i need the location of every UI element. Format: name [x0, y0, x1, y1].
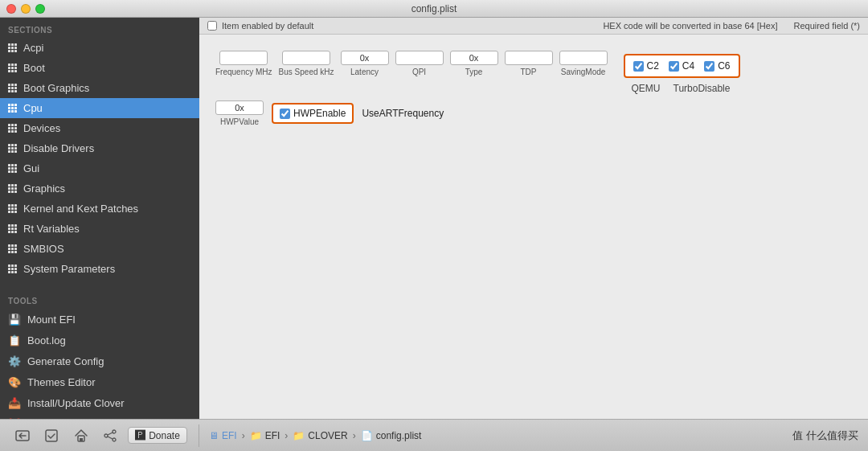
sidebar-item-themes-editor[interactable]: 🎨 Themes Editor — [0, 371, 199, 392]
mount-efi-icon: 💾 — [8, 313, 21, 326]
breadcrumb-clover-folder[interactable]: 📁 CLOVER — [293, 430, 347, 441]
c6-checkbox-item: C6 — [704, 60, 730, 72]
grid-icon — [8, 164, 17, 173]
hwp-enable-checkbox[interactable] — [280, 109, 290, 119]
share-button[interactable] — [99, 424, 121, 447]
sidebar-item-boot-graphics[interactable]: Boot Graphics — [0, 78, 199, 98]
frequency-mhz-group: Frequency MHz — [215, 51, 272, 76]
c6-label: C6 — [718, 60, 730, 72]
sidebar-label-kernel-kext-patches: Kernel and Kext Patches — [23, 203, 138, 215]
sidebar-item-install-drivers[interactable]: ✂️ Install Drivers — [0, 413, 199, 419]
qpi-group: QPI — [395, 51, 444, 76]
saving-mode-label: SavingMode — [561, 68, 606, 76]
type-group: Type — [450, 51, 498, 76]
c6-checkbox[interactable] — [704, 61, 714, 72]
breadcrumb-efi-drive[interactable]: 🖥 EFI — [209, 430, 237, 441]
sidebar-item-gui[interactable]: Gui — [0, 158, 199, 178]
sidebar-item-kernel-kext-patches[interactable]: Kernel and Kext Patches — [0, 199, 199, 219]
tdp-group: TDP — [505, 51, 553, 76]
home-button[interactable] — [70, 424, 92, 447]
svg-rect-3 — [80, 438, 83, 441]
sidebar-label-acpi: Acpi — [23, 42, 43, 54]
qemu-label: QEMU — [632, 83, 661, 94]
back-button[interactable] — [11, 424, 34, 447]
hwp-enable-label: HWPEnable — [293, 108, 346, 119]
frequency-mhz-input[interactable] — [219, 51, 268, 65]
svg-rect-1 — [46, 430, 57, 441]
bus-speed-group: Bus Speed kHz — [279, 51, 334, 76]
sidebar-item-system-parameters[interactable]: System Parameters — [0, 259, 199, 279]
latency-label: Latency — [350, 68, 379, 76]
type-label: Type — [465, 68, 483, 76]
grid-icon — [8, 144, 17, 153]
boot-log-icon: 📋 — [8, 334, 21, 346]
top-info-bar: Item enabled by default HEX code will be… — [199, 18, 868, 35]
sidebar-label-generate-config: Generate Config — [27, 355, 104, 367]
sidebar-label-boot-log: Boot.log — [27, 334, 66, 346]
sidebar-label-mount-efi: Mount EFI — [27, 314, 76, 326]
breadcrumb-efi-folder[interactable]: 📁 EFI — [250, 430, 280, 441]
sidebar-item-acpi[interactable]: Acpi — [0, 38, 199, 58]
close-button[interactable] — [6, 4, 16, 14]
donate-icon: 🅿 — [135, 429, 145, 441]
sidebar-item-devices[interactable]: Devices — [0, 118, 199, 138]
generate-config-icon: ⚙️ — [8, 355, 21, 367]
hex-note: HEX code will be converted in base 64 [H… — [603, 21, 777, 31]
breadcrumb-config-file[interactable]: 📄 config.plist — [361, 430, 422, 441]
minimize-button[interactable] — [21, 4, 31, 14]
grid-icon — [8, 204, 17, 213]
tdp-input[interactable] — [505, 51, 553, 65]
grid-icon — [8, 43, 17, 52]
saving-mode-group: SavingMode — [559, 51, 608, 76]
sidebar: SECTIONS Acpi Boot Boot Grap — [0, 18, 199, 419]
sidebar-label-themes-editor: Themes Editor — [27, 376, 96, 388]
latency-input[interactable] — [341, 51, 389, 65]
c4-checkbox-item: C4 — [669, 60, 694, 72]
c2-checkbox[interactable] — [633, 61, 644, 72]
main-layout: SECTIONS Acpi Boot Boot Grap — [0, 18, 868, 419]
window-title: config.plist — [411, 3, 457, 14]
item-enabled-checkbox[interactable] — [207, 21, 217, 31]
qpi-label: QPI — [412, 68, 426, 76]
sidebar-item-disable-drivers[interactable]: Disable Drivers — [0, 138, 199, 158]
bus-speed-input[interactable] — [282, 51, 330, 65]
file-icon: 📄 — [361, 430, 373, 441]
c4-checkbox[interactable] — [669, 61, 679, 72]
breadcrumb-config-label: config.plist — [376, 430, 422, 441]
sidebar-item-graphics[interactable]: Graphics — [0, 178, 199, 199]
sidebar-item-boot[interactable]: Boot — [0, 58, 199, 78]
svg-line-7 — [108, 433, 113, 435]
item-enabled-group: Item enabled by default — [207, 21, 313, 31]
content-area: Item enabled by default HEX code will be… — [199, 18, 868, 419]
qpi-input[interactable] — [395, 51, 444, 65]
item-enabled-label: Item enabled by default — [222, 21, 313, 31]
sidebar-item-smbios[interactable]: SMBIOS — [0, 239, 199, 259]
breadcrumb-efi-folder-label: EFI — [265, 430, 280, 441]
sidebar-label-system-parameters: System Parameters — [23, 263, 115, 275]
sidebar-item-boot-log[interactable]: 📋 Boot.log — [0, 330, 199, 351]
install-clover-icon: 📥 — [8, 396, 21, 409]
sidebar-item-cpu[interactable]: Cpu — [0, 98, 199, 118]
sidebar-item-rt-variables[interactable]: Rt Variables — [0, 219, 199, 239]
watermark: 值 什么值得买 — [792, 428, 858, 443]
grid-icon — [8, 244, 17, 253]
saving-mode-input[interactable] — [559, 51, 608, 65]
use-art-frequency-item: UseARTFrequency — [362, 108, 444, 119]
sidebar-item-generate-config[interactable]: ⚙️ Generate Config — [0, 351, 199, 371]
type-input[interactable] — [450, 51, 498, 65]
sidebar-label-disable-drivers: Disable Drivers — [23, 142, 94, 154]
breadcrumb-efi-label: EFI — [222, 430, 237, 441]
hwp-value-input[interactable] — [215, 100, 264, 115]
sidebar-label-boot-graphics: Boot Graphics — [23, 82, 89, 94]
svg-line-8 — [108, 437, 113, 439]
breadcrumb-sep-3: › — [353, 430, 356, 441]
donate-button[interactable]: 🅿 Donate — [128, 427, 187, 444]
sidebar-item-install-update-clover[interactable]: 📥 Install/Update Clover — [0, 392, 199, 413]
themes-editor-icon: 🎨 — [8, 375, 21, 388]
save-button[interactable] — [40, 424, 63, 447]
hwp-value-group: HWPValue — [215, 100, 264, 126]
sidebar-label-gui: Gui — [23, 162, 39, 174]
maximize-button[interactable] — [35, 4, 45, 14]
hwp-row: HWPValue HWPEnable UseARTFrequency — [215, 100, 852, 126]
sidebar-item-mount-efi[interactable]: 💾 Mount EFI — [0, 309, 199, 330]
